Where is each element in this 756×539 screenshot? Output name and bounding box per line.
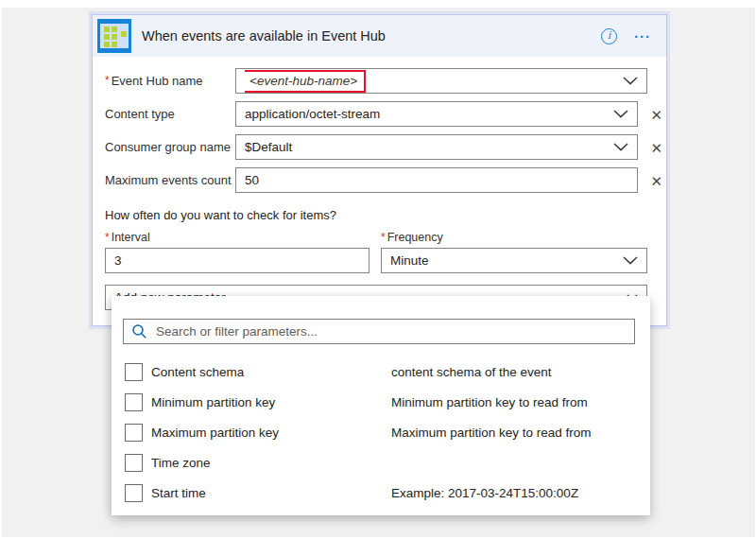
parameter-search-box[interactable] [123, 319, 635, 344]
icon-dot [112, 26, 117, 32]
parameter-row-min-partition-key[interactable]: Minimum partition key Minimum partition … [112, 387, 650, 417]
parameter-description: Minimum partition key to read from [391, 395, 588, 409]
max-events-value: 50 [245, 173, 628, 187]
search-icon [131, 323, 147, 339]
parameter-row-content-schema[interactable]: Content schema content schema of the eve… [112, 356, 650, 387]
checkbox[interactable] [125, 454, 143, 472]
parameter-row-start-time[interactable]: Start time Example: 2017-03-24T15:00:00Z [112, 478, 650, 508]
remove-field-icon[interactable]: ✕ [650, 173, 662, 187]
designer-canvas: When events are available in Event Hub i… [0, 0, 756, 539]
parameter-label: Content schema [151, 365, 391, 379]
field-row-max-events: Maximum events count 50 ✕ [105, 167, 647, 193]
content-type-value: application/octet-stream [245, 107, 606, 121]
checkbox[interactable] [125, 363, 143, 381]
field-row-content-type: Content type application/octet-stream ✕ [105, 101, 647, 127]
field-row-consumer-group: Consumer group name $Default ✕ [105, 134, 647, 160]
required-asterisk: * [105, 74, 110, 87]
event-hub-name-combobox[interactable]: <event-hub-name> [235, 68, 647, 94]
parameter-label: Maximum partition key [151, 426, 391, 440]
trigger-card-header[interactable]: When events are available in Event Hub i… [93, 15, 666, 57]
parameter-description: content schema of the event [391, 365, 552, 379]
icon-dot [104, 34, 110, 40]
content-type-combobox[interactable]: application/octet-stream [235, 101, 638, 127]
checkbox[interactable] [125, 484, 143, 502]
parameter-row-time-zone[interactable]: Time zone [112, 447, 650, 478]
parameters-panel: Content schema content schema of the eve… [112, 296, 650, 515]
icon-dot [121, 31, 127, 37]
icon-dot [112, 42, 117, 47]
frequency-label-text: Frequency [387, 231, 443, 244]
remove-field-icon[interactable]: ✕ [650, 140, 662, 154]
remove-field-icon[interactable]: ✕ [650, 107, 662, 121]
recurrence-question: How often do you want to check for items… [105, 208, 647, 222]
chevron-down-icon[interactable] [613, 143, 628, 151]
frequency-value: Minute [390, 253, 615, 268]
annotation-highlight: <event-hub-name> [245, 70, 366, 93]
more-menu-icon[interactable]: ··· [634, 28, 651, 44]
parameter-description: Maximum partition key to read from [391, 426, 592, 440]
icon-dot [112, 34, 117, 40]
parameter-search-input[interactable] [156, 324, 627, 339]
frequency-combobox[interactable]: Minute [381, 248, 647, 273]
icon-dot [104, 42, 110, 47]
interval-label-text: Interval [112, 231, 150, 244]
header-actions: i ··· [601, 28, 651, 44]
trigger-form: *Event Hub name <event-hub-name> Content… [93, 57, 666, 310]
parameter-list: Content schema content schema of the eve… [112, 356, 650, 508]
chevron-down-icon[interactable] [623, 77, 638, 85]
event-hub-name-label: *Event Hub name [105, 74, 235, 88]
max-events-input[interactable]: 50 [235, 167, 638, 193]
interval-input[interactable]: 3 [105, 248, 369, 273]
parameter-label: Minimum partition key [151, 395, 391, 409]
frequency-label: *Frequency [381, 231, 647, 244]
parameter-label: Start time [151, 486, 391, 500]
parameter-row-max-partition-key[interactable]: Maximum partition key Maximum partition … [112, 417, 650, 447]
consumer-group-combobox[interactable]: $Default [235, 134, 638, 160]
interval-value: 3 [114, 253, 360, 268]
icon-dot [104, 26, 110, 32]
required-asterisk: * [381, 231, 386, 244]
required-asterisk: * [105, 231, 110, 244]
checkbox[interactable] [125, 424, 143, 442]
event-hubs-icon [97, 19, 131, 53]
trigger-title: When events are available in Event Hub [142, 28, 601, 43]
checkbox[interactable] [125, 393, 143, 411]
info-icon[interactable]: i [601, 28, 617, 44]
max-events-label: Maximum events count [105, 173, 235, 187]
content-type-label: Content type [105, 107, 235, 121]
consumer-group-label: Consumer group name [105, 140, 235, 154]
recurrence-row: *Interval 3 *Frequency Minute [105, 231, 647, 273]
frequency-column: *Frequency Minute [381, 231, 647, 273]
chevron-down-icon[interactable] [613, 110, 628, 118]
chevron-down-icon[interactable] [623, 256, 638, 265]
parameter-description: Example: 2017-03-24T15:00:00Z [391, 486, 578, 500]
parameter-label: Time zone [151, 456, 391, 470]
event-hub-name-label-text: Event Hub name [112, 74, 203, 88]
interval-label: *Interval [105, 231, 369, 244]
field-row-event-hub-name: *Event Hub name <event-hub-name> [105, 68, 647, 94]
interval-column: *Interval 3 [105, 231, 369, 273]
consumer-group-value: $Default [245, 140, 606, 154]
trigger-card: When events are available in Event Hub i… [92, 14, 667, 326]
